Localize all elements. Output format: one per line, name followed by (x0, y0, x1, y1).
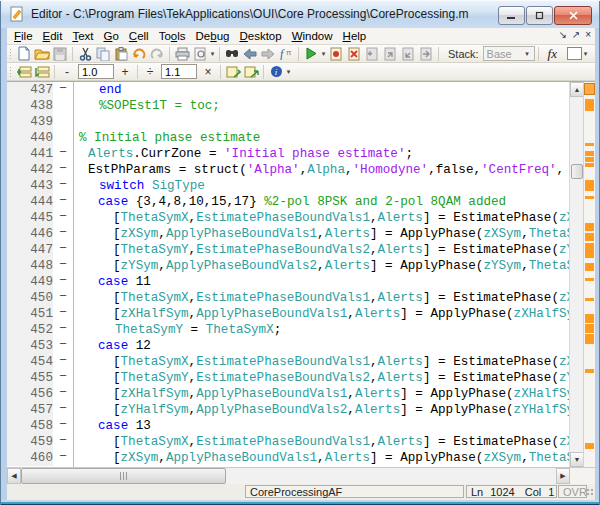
code-area[interactable]: end%SOPEst1T = toc;% Initial phase estim… (74, 82, 569, 467)
set-breakpoint-button[interactable] (327, 45, 345, 62)
run-dropdown-arrow[interactable]: ▾ (320, 50, 327, 58)
evaluate-cell-button[interactable] (224, 63, 242, 80)
menu-tools[interactable]: Tools (159, 30, 186, 42)
editor-layout-button[interactable]: ▾ (567, 47, 589, 60)
gutter-row-438[interactable]: 438 (7, 98, 73, 114)
horizontal-scrollbar[interactable]: ◀ ▶ (7, 467, 595, 484)
message-summary-indicator[interactable] (584, 83, 595, 95)
scroll-down-arrow[interactable]: ▼ (570, 452, 584, 467)
gutter-row-440[interactable]: 440 (7, 130, 73, 146)
menu-debug[interactable]: Debug (196, 30, 230, 42)
gutter-row-439[interactable]: 439 (7, 114, 73, 130)
vertical-scrollbar[interactable]: ▲ ▼ (569, 82, 583, 467)
resize-grip[interactable] (586, 488, 595, 497)
print-dropdown-arrow[interactable]: ▾ (209, 50, 216, 58)
divide-value-button[interactable]: ÷ (143, 64, 157, 79)
gutter-row-460[interactable]: 460− (7, 450, 73, 466)
save-button[interactable] (51, 45, 69, 62)
gutter-row-444[interactable]: 444− (7, 194, 73, 210)
run-button[interactable] (302, 45, 320, 62)
print-button[interactable] (173, 45, 191, 62)
gutter-row-457[interactable]: 457− (7, 402, 73, 418)
gutter-row-441[interactable]: 441− (7, 146, 73, 162)
multiply-value-button[interactable]: × (201, 64, 215, 79)
warning-marker[interactable] (585, 233, 594, 241)
fx-button[interactable]: fx (548, 46, 557, 62)
gutter-row-453[interactable]: 453− (7, 338, 73, 354)
warning-marker[interactable] (585, 278, 594, 281)
copy-button[interactable] (94, 45, 112, 62)
gutter-row-454[interactable]: 454− (7, 354, 73, 370)
find-button[interactable] (223, 45, 241, 62)
gutter-row-456[interactable]: 456− (7, 386, 73, 402)
next-cell-button[interactable] (33, 63, 51, 80)
scroll-up-arrow[interactable]: ▲ (570, 82, 584, 97)
menu-go[interactable]: Go (103, 30, 118, 42)
gutter-row-446[interactable]: 446− (7, 226, 73, 242)
message-indicator-bar[interactable] (583, 82, 595, 467)
increment-value-button[interactable]: + (118, 64, 132, 79)
menu-help[interactable]: Help (343, 30, 367, 42)
new-file-button[interactable] (15, 45, 33, 62)
horizontal-scroll-thumb[interactable] (21, 468, 226, 484)
warning-marker[interactable] (585, 99, 594, 111)
multiply-step-input[interactable] (161, 64, 197, 79)
gutter-row-455[interactable]: 455− (7, 370, 73, 386)
cell-info-dropdown-arrow[interactable]: ▾ (285, 68, 292, 76)
scroll-right-arrow[interactable]: ▶ (556, 468, 570, 484)
restore-button[interactable] (526, 6, 553, 25)
step-out-button[interactable] (399, 45, 417, 62)
menu-window[interactable]: Window (292, 30, 333, 42)
menu-desktop[interactable]: Desktop (239, 30, 281, 42)
menu-edit[interactable]: Edit (43, 30, 63, 42)
warning-marker[interactable] (585, 334, 594, 344)
gutter-row-449[interactable]: 449− (7, 274, 73, 290)
gutter-row-450[interactable]: 450− (7, 290, 73, 306)
warning-marker[interactable] (585, 151, 594, 156)
warning-marker[interactable] (585, 263, 594, 271)
warning-marker[interactable] (585, 163, 594, 167)
menu-cell[interactable]: Cell (129, 30, 149, 42)
warning-marker[interactable] (585, 223, 594, 231)
gutter-row-445[interactable]: 445− (7, 210, 73, 226)
stack-dropdown[interactable]: Base ▾ (483, 46, 535, 61)
print-preview-button[interactable] (191, 45, 209, 62)
go-back-button[interactable] (241, 45, 259, 62)
gutter-row-459[interactable]: 459− (7, 434, 73, 450)
vertical-scroll-thumb[interactable] (571, 164, 583, 179)
paste-button[interactable] (112, 45, 130, 62)
menu-text[interactable]: Text (72, 30, 93, 42)
evaluate-cell-advance-button[interactable] (242, 63, 260, 80)
decrement-step-input[interactable] (78, 64, 114, 79)
decrement-value-button[interactable]: - (60, 64, 74, 79)
warning-marker[interactable] (585, 196, 594, 199)
warning-marker[interactable] (585, 143, 594, 146)
open-file-button[interactable] (33, 45, 51, 62)
go-forward-button[interactable] (259, 45, 277, 62)
gutter-row-442[interactable]: 442− (7, 162, 73, 178)
exit-debug-button[interactable] (417, 45, 435, 62)
close-button[interactable] (554, 6, 592, 25)
gutter-row-448[interactable]: 448− (7, 258, 73, 274)
undo-button[interactable] (130, 45, 148, 62)
warning-marker[interactable] (585, 324, 594, 333)
gutter-row-458[interactable]: 458− (7, 418, 73, 434)
gutter-row-447[interactable]: 447− (7, 242, 73, 258)
step-in-button[interactable] (381, 45, 399, 62)
gutter-row-437[interactable]: 437− (7, 82, 73, 98)
gutter-row-452[interactable]: 452− (7, 322, 73, 338)
step-button[interactable] (363, 45, 381, 62)
menu-file[interactable]: File (14, 30, 33, 42)
redo-button[interactable] (148, 45, 166, 62)
minimize-button[interactable] (498, 6, 525, 25)
warning-marker[interactable] (585, 243, 594, 258)
warning-marker[interactable] (585, 298, 594, 301)
warning-marker[interactable] (585, 157, 594, 162)
cut-button[interactable] (76, 45, 94, 62)
gutter-row-443[interactable]: 443− (7, 178, 73, 194)
dock-icon[interactable]: ↘ (558, 29, 566, 40)
cell-info-button[interactable]: i (267, 63, 285, 80)
gutter-row-451[interactable]: 451− (7, 306, 73, 322)
undock-icon[interactable]: ↗ (572, 29, 580, 40)
close-editor-icon[interactable]: × (585, 29, 591, 40)
